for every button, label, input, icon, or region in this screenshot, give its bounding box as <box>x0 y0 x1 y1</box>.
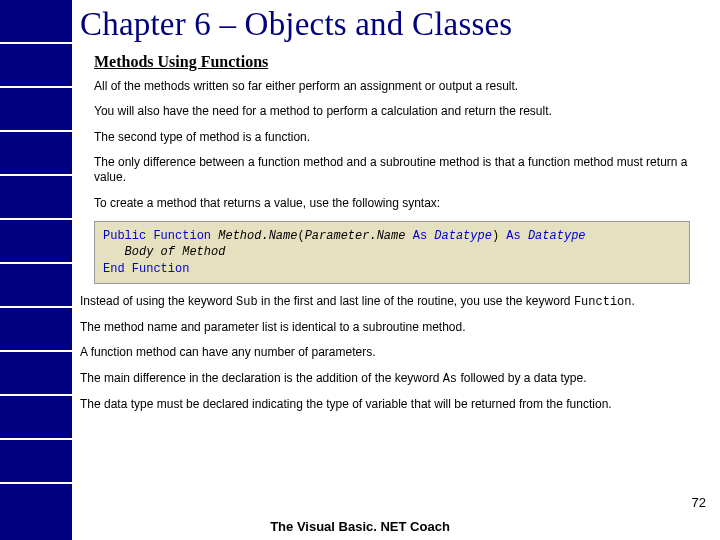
sidebar-block <box>0 440 72 482</box>
paragraph: The second type of method is a function. <box>94 130 698 145</box>
text: in the first and last line of the routin… <box>258 294 574 308</box>
paragraph: Instead of using the keyword Sub in the … <box>80 294 698 310</box>
sidebar-block <box>0 176 72 218</box>
code-keyword: Public <box>103 229 146 243</box>
code-block: Public Function Method.Name(Parameter.Na… <box>94 221 690 284</box>
code-ident: Datatype <box>528 229 586 243</box>
sidebar <box>0 0 72 540</box>
inline-code: Function <box>574 295 632 309</box>
chapter-title: Chapter 6 – Objects and Classes <box>80 6 704 43</box>
sidebar-block <box>0 88 72 130</box>
sidebar-block <box>0 132 72 174</box>
code-body: Body of Method <box>125 245 226 259</box>
sidebar-block <box>0 396 72 438</box>
text: . <box>632 294 635 308</box>
paragraph: All of the methods written so far either… <box>94 79 698 94</box>
inline-code: As <box>443 372 457 386</box>
code-ident: Parameter.Name <box>305 229 406 243</box>
sidebar-block <box>0 264 72 306</box>
paragraph: The method name and parameter list is id… <box>80 320 698 335</box>
sidebar-block <box>0 0 72 42</box>
text: followed by a data type. <box>457 371 586 385</box>
paragraph: The data type must be declared indicatin… <box>80 397 698 412</box>
code-keyword: Function <box>132 262 190 276</box>
section-subtitle: Methods Using Functions <box>94 53 704 71</box>
code-keyword: Function <box>153 229 211 243</box>
sidebar-block <box>0 308 72 350</box>
paragraph: The main difference in the declaration i… <box>80 371 698 387</box>
inline-code: Sub <box>236 295 258 309</box>
code-ident: Datatype <box>434 229 492 243</box>
code-ident: Method.Name <box>218 229 297 243</box>
code-keyword: As <box>506 229 520 243</box>
sidebar-block <box>0 352 72 394</box>
paragraph: A function method can have any number of… <box>80 345 698 360</box>
text: The main difference in the declaration i… <box>80 371 443 385</box>
page-number: 72 <box>692 495 706 510</box>
footer-text: The Visual Basic. NET Coach <box>0 519 720 534</box>
slide-content: Chapter 6 – Objects and Classes Methods … <box>80 0 712 540</box>
sidebar-block <box>0 44 72 86</box>
sidebar-block <box>0 220 72 262</box>
text: Instead of using the keyword <box>80 294 236 308</box>
code-keyword: End <box>103 262 125 276</box>
code-keyword: As <box>413 229 427 243</box>
paragraph: You will also have the need for a method… <box>94 104 698 119</box>
code-text: ) <box>492 229 499 243</box>
paragraph: To create a method that returns a value,… <box>94 196 698 211</box>
paragraph: The only difference between a function m… <box>94 155 698 186</box>
code-text: ( <box>297 229 304 243</box>
